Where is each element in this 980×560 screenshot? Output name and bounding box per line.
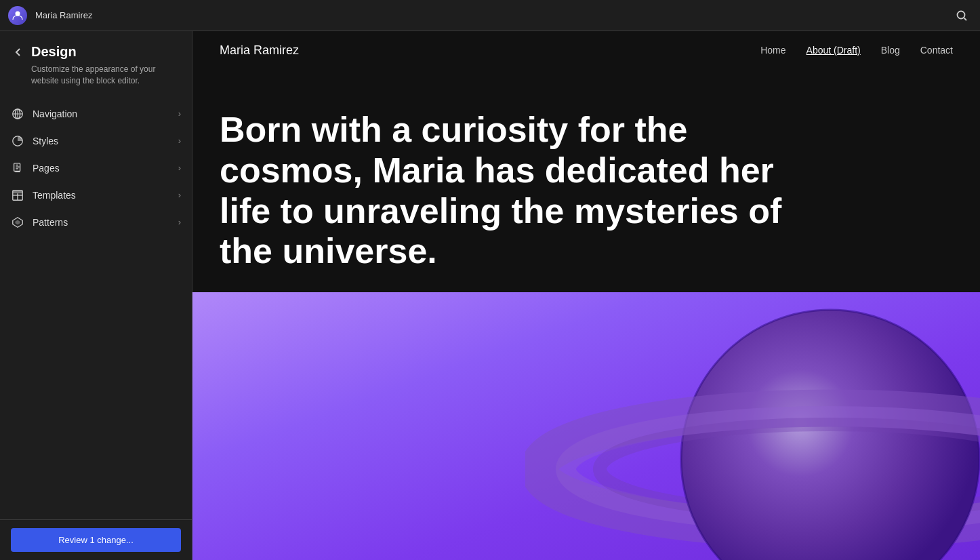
preview-text-section: Born with a curiosity for the cosmos, Ma… bbox=[192, 69, 980, 292]
sidebar-item-navigation-label: Navigation bbox=[33, 108, 170, 119]
sidebar-item-navigation[interactable]: Navigation › bbox=[0, 100, 192, 127]
sidebar: Design Customize the appearance of your … bbox=[0, 31, 192, 560]
pages-chevron-icon: › bbox=[178, 163, 181, 173]
sidebar-item-templates[interactable]: Templates › bbox=[0, 182, 192, 209]
design-subtitle: Customize the appearance of your website… bbox=[31, 64, 181, 87]
preview-site-title: Maria Ramirez bbox=[220, 43, 299, 58]
preview-nav-contact[interactable]: Contact bbox=[920, 45, 953, 56]
preview-nav-home[interactable]: Home bbox=[760, 45, 785, 56]
pages-icon bbox=[11, 161, 24, 175]
main-layout: Design Customize the appearance of your … bbox=[0, 31, 980, 560]
site-name: Maria Ramirez bbox=[35, 10, 943, 20]
sidebar-title-block: Design Customize the appearance of your … bbox=[31, 43, 181, 87]
design-title: Design bbox=[31, 43, 181, 60]
preview-nav-blog[interactable]: Blog bbox=[881, 45, 900, 56]
sidebar-item-styles-label: Styles bbox=[33, 136, 170, 146]
avatar[interactable] bbox=[8, 6, 27, 25]
review-changes-button[interactable]: Review 1 change... bbox=[11, 528, 181, 552]
sidebar-item-templates-label: Templates bbox=[33, 190, 170, 201]
sidebar-item-pages-label: Pages bbox=[33, 163, 170, 174]
styles-icon bbox=[11, 134, 24, 148]
planet-container bbox=[525, 292, 980, 560]
sidebar-item-patterns[interactable]: Patterns › bbox=[0, 209, 192, 236]
preview-navigation: Maria Ramirez Home About (Draft) Blog Co… bbox=[192, 31, 980, 69]
preview-area: Maria Ramirez Home About (Draft) Blog Co… bbox=[192, 31, 980, 560]
preview-image-section bbox=[192, 292, 980, 560]
planet-svg bbox=[525, 292, 980, 560]
preview-content: Born with a curiosity for the cosmos, Ma… bbox=[192, 69, 980, 560]
search-button[interactable] bbox=[952, 5, 972, 26]
svg-point-1 bbox=[958, 11, 965, 18]
svg-marker-12 bbox=[15, 220, 20, 224]
svg-rect-8 bbox=[13, 190, 22, 193]
preview-frame: Maria Ramirez Home About (Draft) Blog Co… bbox=[192, 31, 980, 560]
templates-icon bbox=[11, 188, 24, 202]
svg-line-2 bbox=[964, 18, 967, 20]
sidebar-item-patterns-label: Patterns bbox=[33, 217, 170, 228]
navigation-icon bbox=[11, 107, 24, 121]
preview-nav-links: Home About (Draft) Blog Contact bbox=[760, 45, 953, 56]
sidebar-item-styles[interactable]: Styles › bbox=[0, 127, 192, 155]
sidebar-bottom: Review 1 change... bbox=[0, 519, 192, 560]
sidebar-navigation: Navigation › Styles › bbox=[0, 95, 192, 519]
styles-chevron-icon: › bbox=[178, 136, 181, 146]
back-button[interactable] bbox=[11, 45, 26, 62]
preview-hero-text: Born with a curiosity for the cosmos, Ma… bbox=[220, 110, 830, 272]
patterns-chevron-icon: › bbox=[178, 217, 181, 227]
navigation-chevron-icon: › bbox=[178, 108, 181, 119]
preview-nav-about[interactable]: About (Draft) bbox=[807, 45, 861, 56]
patterns-icon bbox=[11, 216, 24, 229]
sidebar-item-pages[interactable]: Pages › bbox=[0, 155, 192, 182]
templates-chevron-icon: › bbox=[178, 190, 181, 200]
top-bar: Maria Ramirez bbox=[0, 0, 980, 31]
sidebar-header: Design Customize the appearance of your … bbox=[0, 31, 192, 95]
